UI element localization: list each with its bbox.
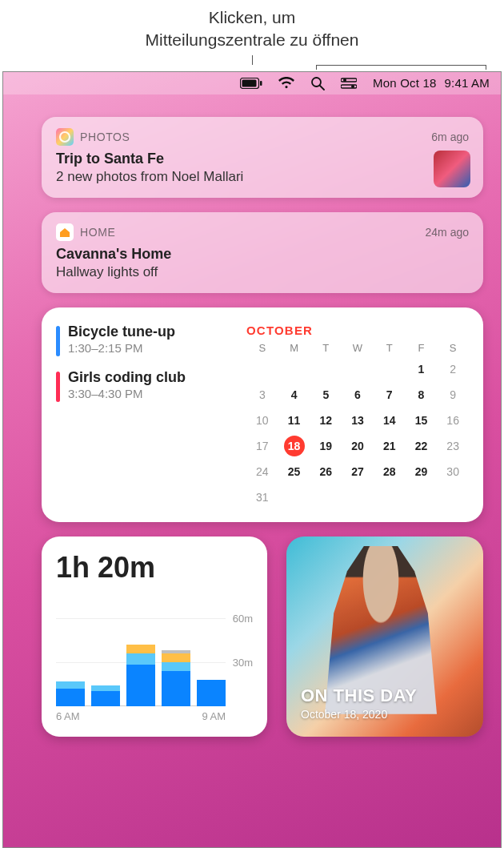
calendar-day[interactable]: 13 [342, 410, 374, 431]
calendar-day[interactable]: 6 [342, 384, 374, 405]
photos-memory-date: October 18, 2020 [301, 708, 417, 721]
battery-icon[interactable] [240, 78, 262, 89]
calendar-day[interactable]: 23 [437, 436, 469, 456]
control-center-icon[interactable] [341, 78, 357, 89]
photos-memory-title: ON THIS DAY [301, 685, 417, 706]
screentime-bar [162, 650, 190, 706]
svg-point-9 [60, 132, 70, 142]
menubar: Mon Oct 18 9:41 AM [3, 72, 501, 94]
calendar-day[interactable]: 20 [342, 436, 374, 456]
calendar-day[interactable]: 10 [246, 410, 278, 431]
calendar-day[interactable]: 26 [310, 461, 342, 482]
calendar-dow-label: M [278, 342, 310, 354]
svg-point-3 [312, 78, 321, 86]
calendar-dow-label: T [374, 342, 406, 354]
calendar-events: Bicycle tune-up 1:30–2:15 PM Girls codin… [56, 324, 232, 508]
notification-title: Trip to Santa Fe [56, 151, 469, 167]
calendar-day[interactable]: 9 [437, 384, 469, 405]
svg-rect-1 [242, 79, 257, 86]
screentime-chart: 60m 30m 6 AM 9 AM [56, 602, 253, 722]
event-time: 3:30–4:30 PM [68, 387, 186, 400]
event-color-bar [56, 372, 60, 402]
calendar-day[interactable]: 1 [406, 359, 438, 380]
calendar-day[interactable]: 3 [246, 384, 278, 405]
calendar-event[interactable]: Bicycle tune-up 1:30–2:15 PM [56, 324, 232, 356]
screentime-bar [126, 645, 155, 706]
calendar-day[interactable]: 21 [374, 436, 406, 456]
calendar-month-view: OCTOBER SMTWTFS1234567891011121314151617… [246, 324, 469, 508]
annotation-line2: Mitteilungszentrale zu öffnen [16, 29, 488, 51]
event-title: Bicycle tune-up [68, 324, 175, 340]
screentime-ylabel: 30m [233, 656, 253, 668]
notification-body: 2 new photos from Noel Mallari [56, 169, 469, 185]
svg-point-6 [343, 78, 346, 82]
calendar-day[interactable]: 11 [278, 410, 310, 431]
calendar-day[interactable]: 30 [437, 461, 469, 482]
calendar-day[interactable]: 28 [374, 461, 406, 482]
screentime-ylabel: 60m [233, 612, 253, 624]
calendar-dow-label: F [406, 342, 438, 354]
screentime-bar [91, 685, 120, 706]
screentime-bar [56, 681, 85, 706]
screentime-xlabel: 6 AM [56, 710, 80, 722]
notification-time: 6m ago [431, 131, 469, 143]
calendar-day[interactable]: 17 [246, 436, 278, 456]
notification-app-name: HOME [80, 226, 115, 239]
annotation-line1: Klicken, um [16, 6, 488, 29]
home-app-icon [56, 223, 74, 241]
wifi-icon[interactable] [278, 77, 294, 89]
screentime-total: 1h 20m [56, 551, 253, 585]
svg-rect-2 [260, 81, 262, 86]
callout-bracket [16, 55, 488, 71]
event-title: Girls coding club [68, 369, 186, 386]
calendar-dow-label: S [246, 342, 278, 354]
notification-home[interactable]: HOME 24m ago Cavanna's Home Hallway ligh… [42, 212, 483, 293]
screentime-xlabel: 9 AM [202, 710, 226, 722]
calendar-day[interactable]: 24 [246, 461, 278, 482]
calendar-month-label: OCTOBER [246, 324, 469, 337]
photos-app-icon [56, 128, 74, 146]
calendar-day[interactable]: 22 [406, 436, 438, 456]
screentime-bar [197, 680, 226, 706]
desktop: Mon Oct 18 9:41 AM PHOTOS 6m ago Trip to… [2, 71, 502, 848]
photos-memory-widget[interactable]: ON THIS DAY October 18, 2020 [286, 537, 483, 737]
calendar-day[interactable]: 14 [374, 410, 406, 431]
screentime-widget[interactable]: 1h 20m 60m 30m 6 AM 9 AM [42, 537, 267, 737]
event-color-bar [56, 326, 60, 356]
calendar-day[interactable]: 29 [406, 461, 438, 482]
calendar-day[interactable]: 31 [246, 487, 278, 508]
calendar-dow-label: W [342, 342, 374, 354]
calendar-day[interactable]: 15 [406, 410, 438, 431]
notification-photos[interactable]: PHOTOS 6m ago Trip to Santa Fe 2 new pho… [42, 117, 483, 198]
calendar-day[interactable]: 4 [278, 384, 310, 405]
calendar-day[interactable]: 12 [310, 410, 342, 431]
svg-point-8 [351, 85, 354, 88]
notification-center: PHOTOS 6m ago Trip to Santa Fe 2 new pho… [3, 94, 501, 756]
calendar-day[interactable]: 16 [437, 410, 469, 431]
notification-thumbnail [434, 151, 470, 187]
calendar-event[interactable]: Girls coding club 3:30–4:30 PM [56, 369, 232, 402]
notification-time: 24m ago [426, 226, 469, 239]
calendar-day[interactable]: 19 [310, 436, 342, 456]
menubar-date: Mon Oct 18 [373, 76, 437, 90]
notification-app-name: PHOTOS [80, 131, 130, 143]
menubar-time: 9:41 AM [445, 76, 490, 90]
calendar-widget[interactable]: Bicycle tune-up 1:30–2:15 PM Girls codin… [42, 307, 483, 522]
event-time: 1:30–2:15 PM [68, 341, 175, 355]
calendar-dow-label: S [437, 342, 469, 354]
annotation-callout: Klicken, um Mitteilungszentrale zu öffne… [0, 0, 504, 55]
calendar-day[interactable]: 25 [278, 461, 310, 482]
menubar-datetime[interactable]: Mon Oct 18 9:41 AM [373, 76, 490, 90]
calendar-day[interactable]: 8 [406, 384, 438, 405]
spotlight-icon[interactable] [310, 76, 325, 90]
calendar-day[interactable]: 27 [342, 461, 374, 482]
calendar-dow-label: T [310, 342, 342, 354]
notification-body: Hallway lights off [56, 264, 469, 280]
calendar-day[interactable]: 18 [284, 436, 305, 456]
calendar-day[interactable]: 5 [310, 384, 342, 405]
svg-line-4 [320, 86, 324, 90]
notification-title: Cavanna's Home [56, 246, 469, 263]
calendar-day[interactable]: 7 [374, 384, 406, 405]
calendar-day[interactable]: 2 [437, 359, 469, 380]
